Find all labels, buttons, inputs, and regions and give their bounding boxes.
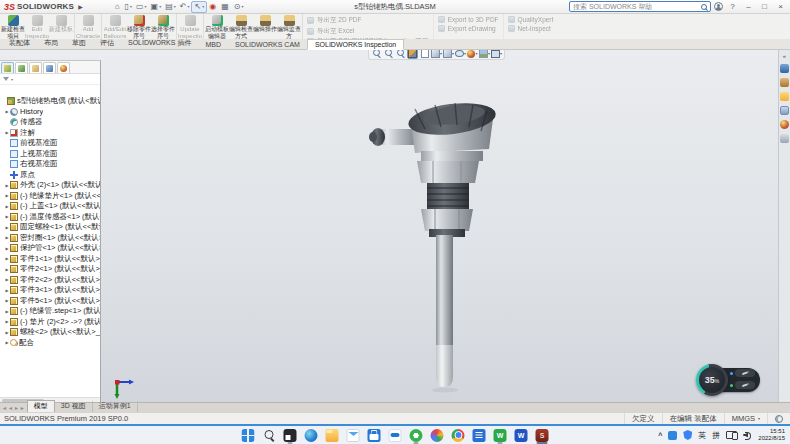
chrome-icon[interactable] <box>452 429 465 442</box>
dropdown-caret-icon[interactable]: ▾ <box>145 4 147 9</box>
brush-button[interactable] <box>735 381 755 389</box>
browser-colorful-icon[interactable] <box>431 429 444 442</box>
export-menu-item[interactable]: Export eDrawing <box>438 25 499 32</box>
rebuild-icon[interactable]: ◉ <box>207 1 219 13</box>
tree-item[interactable]: 前视基准面 <box>0 138 100 149</box>
file-properties-icon[interactable]: ▦ <box>219 1 232 13</box>
tab-nav-arrow-icon[interactable]: ► <box>20 405 25 411</box>
logo-flyout-icon[interactable]: ▶ <box>78 3 83 10</box>
manager-tab[interactable] <box>57 62 70 73</box>
reader-blue-icon[interactable] <box>473 429 486 442</box>
ribbon-tab[interactable]: 布局 <box>37 37 65 49</box>
start-icon[interactable] <box>242 429 255 442</box>
export-menu-item[interactable]: QualityXpert <box>508 16 554 23</box>
wps-icon[interactable]: W <box>494 429 507 442</box>
select-tool-icon[interactable]: ↖▾ <box>191 1 207 13</box>
document-tab[interactable]: 3D 视图 <box>55 401 93 412</box>
tree-item[interactable]: ▶ 外壳 (2)<1> (默认<<默认>_显示状 <box>0 180 100 191</box>
ribbon-tab[interactable]: 评估 <box>93 37 121 49</box>
manager-tab[interactable] <box>43 62 56 73</box>
store-icon[interactable] <box>368 429 381 442</box>
manager-tab[interactable] <box>1 62 14 73</box>
tree-item[interactable]: ▶ 固定螺栓<1> (默认<<默认>_显示状 <box>0 222 100 233</box>
close-button[interactable]: × <box>774 1 787 12</box>
tree-item[interactable]: ▶ 螺栓<2> (默认<<默认>_显示状态 <box>0 327 100 338</box>
dropdown-caret-icon[interactable]: ▾ <box>159 4 161 9</box>
hidden-icons-chevron-icon[interactable]: ^ <box>658 432 662 439</box>
options-icon[interactable]: ⊙▾ <box>232 1 246 13</box>
graphics-viewport[interactable]: ▾▾▾▾▾▾ 35 % <box>0 50 790 402</box>
edge-icon[interactable] <box>305 429 318 442</box>
tree-item[interactable]: ▶ 零件2<2> (默认<<默认>_显示状态 <box>0 275 100 286</box>
login-icon[interactable] <box>714 2 723 11</box>
tree-item[interactable]: ▶ 密封圈<1> (默认<<默认>_显示状 <box>0 233 100 244</box>
ribbon-button[interactable]: 新建检查项目 (amp;N) <box>1 14 25 39</box>
save-icon[interactable]: ▣▾ <box>149 1 164 13</box>
ribbon-button[interactable]: Add/Edit Balloons <box>103 14 127 39</box>
ribbon-button[interactable]: Add Characteristic <box>76 14 100 39</box>
tree-item[interactable]: 原点 <box>0 170 100 181</box>
browser-green-icon[interactable] <box>410 429 423 442</box>
tree-item[interactable]: ▶ (-) 温度传感器<1> (默认<<默认>_显示状 <box>0 212 100 223</box>
tree-item[interactable]: 上视基准面 <box>0 149 100 160</box>
word-icon[interactable]: W <box>515 429 528 442</box>
filter-funnel-icon[interactable] <box>3 77 9 81</box>
tree-item[interactable]: s型铂铑热电偶 (默认<默认_显示状态-1 <box>0 96 100 107</box>
filter-caret-icon[interactable]: ▾ <box>11 77 13 82</box>
ribbon-button[interactable]: Update Inspection Project <box>178 14 202 39</box>
minimize-button[interactable]: – <box>742 1 755 12</box>
task-pane-collapse-icon[interactable]: « <box>783 53 786 59</box>
ime-mode-indicator[interactable]: 拼 <box>712 430 720 441</box>
battery-ring-icon[interactable]: 35 % <box>696 364 728 396</box>
tree-item[interactable]: ▶ (-) 垫片 (2)<2> ->? (默认<<默认> <box>0 317 100 328</box>
ribbon-tab[interactable]: SOLIDWORKS 插件 <box>121 37 198 49</box>
ribbon-button[interactable]: Edit Inspection Project <box>25 14 49 39</box>
new-document-icon[interactable]: ▯▾ <box>123 1 134 13</box>
undo-icon[interactable]: ↶▾ <box>178 1 192 13</box>
volume-icon[interactable] <box>743 431 752 439</box>
tree-item[interactable]: ▶ 注解 <box>0 128 100 139</box>
tab-nav-arrow-icon[interactable]: ► <box>14 405 19 411</box>
export-menu-item[interactable]: 导出至 Excel <box>307 27 429 36</box>
ribbon-tab[interactable]: MBD <box>198 40 228 49</box>
ribbon-button[interactable]: 编辑检查方式 <box>229 14 253 39</box>
ribbon-button[interactable]: 移除零件序号 <box>127 14 151 39</box>
onedrive-icon[interactable] <box>389 429 402 442</box>
tree-item[interactable]: ▶ 零件1<1> (默认<<默认>_显示状态 <box>0 254 100 265</box>
thermocouple-model[interactable] <box>355 95 505 395</box>
ribbon-button[interactable]: 启动模板编辑器 <box>205 14 229 39</box>
ribbon-tab[interactable]: SOLIDWORKS CAM <box>228 40 307 49</box>
tree-item[interactable]: ▶ History <box>0 107 100 118</box>
overlay-assistant-widget[interactable]: 35 % <box>696 364 760 396</box>
ribbon-button[interactable]: 新建模板 <box>49 14 73 39</box>
dropdown-caret-icon[interactable]: ▾ <box>241 4 243 9</box>
document-tab[interactable]: 运动算例1 <box>93 401 138 412</box>
export-menu-item[interactable]: 导出至 2D PDF <box>307 16 429 25</box>
export-menu-item[interactable]: Net-Inspect <box>508 25 554 32</box>
home-icon[interactable]: ⌂ <box>113 1 123 13</box>
help-search-input[interactable]: 搜索 SOLIDWORKS 帮助 <box>569 1 711 12</box>
tree-item[interactable]: ▶ 零件2<1> (默认<<默认>_显示状态 <box>0 264 100 275</box>
tree-item[interactable]: ▶ (-) 绝缘垫片<1> (默认<<默认>_显示状 <box>0 191 100 202</box>
tree-item[interactable]: ▶ (-) 上盖<1> (默认<<默认>_显示状 <box>0 201 100 212</box>
dropdown-caret-icon[interactable]: ▾ <box>187 4 189 9</box>
pen-button[interactable] <box>735 369 755 377</box>
tree-item[interactable]: ▶ 配合 <box>0 338 100 349</box>
units-selector[interactable]: MMGS▾ <box>724 413 767 424</box>
clock[interactable]: 15:51 2022/8/15 <box>758 428 785 442</box>
maximize-button[interactable]: □ <box>758 1 771 12</box>
document-tab[interactable]: 模型 <box>27 400 55 412</box>
ribbon-tab[interactable]: 装配体 <box>2 37 37 49</box>
view-palette-icon[interactable] <box>780 106 789 115</box>
tab-nav-arrow-icon[interactable]: ◄ <box>2 405 7 411</box>
tree-item[interactable]: ▶ 零件3<1> (默认<<默认>_显示状态 <box>0 285 100 296</box>
file-explorer-pane-icon[interactable] <box>780 92 789 101</box>
tree-item[interactable]: 传感器 <box>0 117 100 128</box>
dropdown-caret-icon[interactable]: ▾ <box>130 4 132 9</box>
ribbon-tab[interactable]: SOLIDWORKS Inspection <box>307 39 404 50</box>
file-explorer-icon[interactable] <box>326 429 339 442</box>
tray-shield-icon[interactable] <box>683 430 692 440</box>
dropdown-caret-icon[interactable]: ▾ <box>202 4 204 9</box>
tree-item[interactable]: ▶ 零件5<1> (默认<<默认>_显示状态 <box>0 296 100 307</box>
cast-icon[interactable] <box>726 431 737 439</box>
